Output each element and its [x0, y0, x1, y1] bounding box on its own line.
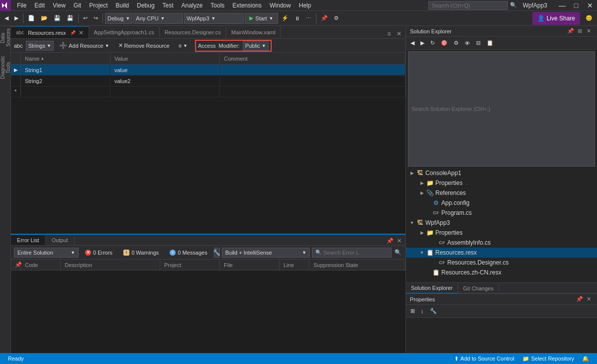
pause-button[interactable]: ⏸: [292, 12, 302, 24]
expand-resources-resx[interactable]: ▼: [418, 249, 426, 257]
undo-button[interactable]: ↩: [81, 12, 90, 24]
menu-file[interactable]: File: [13, 1, 30, 10]
description-col-header[interactable]: Description: [61, 260, 160, 270]
props-property-pages-button[interactable]: 🔧: [427, 305, 439, 317]
se-collapse-button[interactable]: ⊟: [474, 37, 483, 49]
expand-references-1[interactable]: ▶: [418, 189, 426, 197]
comment-column-header[interactable]: Comment: [220, 53, 405, 64]
build-icon-button[interactable]: 🔧: [214, 248, 220, 258]
source-control-button[interactable]: ⬆ Add to Source Control: [450, 353, 518, 364]
warnings-button[interactable]: ! 0 Warnings: [119, 248, 163, 258]
table-row[interactable]: ▶ String1 value: [11, 65, 405, 76]
new-project-button[interactable]: 📄: [25, 12, 37, 24]
start-button[interactable]: ▶ Start ▼: [245, 13, 278, 24]
remove-resource-button[interactable]: ✕ Remove Resource: [115, 41, 173, 51]
feedback-button[interactable]: 😊: [583, 12, 595, 24]
expand-consoleapp1[interactable]: ▶: [408, 169, 416, 177]
se-close-button[interactable]: ✕: [584, 27, 593, 36]
menu-project[interactable]: Project: [85, 1, 111, 10]
bottom-panel-close-button[interactable]: ✕: [395, 236, 403, 245]
back-button[interactable]: ◀: [2, 12, 11, 24]
diagnostics-sidebar[interactable]: Diagnostic Tools: [0, 58, 10, 78]
save-button[interactable]: 💾: [51, 12, 63, 24]
tree-item-resources-designer[interactable]: C# Resources.Designer.cs: [406, 258, 597, 268]
more-debug-button[interactable]: ⋯: [303, 12, 314, 24]
forward-button[interactable]: ▶: [12, 12, 21, 24]
menu-help[interactable]: Help: [295, 1, 315, 10]
error-search-input[interactable]: [323, 250, 392, 256]
select-repository-button[interactable]: 📁 Select Repository: [518, 353, 578, 364]
status-ready[interactable]: Ready: [4, 353, 28, 364]
solution-explorer-tab[interactable]: Solution Explorer: [406, 283, 458, 294]
se-filter-button[interactable]: ⚙: [451, 37, 461, 49]
tree-item-resources-zh[interactable]: 📋 Resources.zh-CN.resx: [406, 268, 597, 277]
new-row-value[interactable]: [110, 87, 220, 97]
se-dock-button[interactable]: ⊞: [575, 27, 584, 36]
se-navigate-button[interactable]: 🎯: [438, 37, 450, 49]
solution-explorer-search[interactable]: [408, 51, 595, 167]
data-sources-sidebar[interactable]: Data Sources: [0, 28, 10, 48]
table-row[interactable]: String2 value2: [11, 76, 405, 87]
tree-item-references-1[interactable]: ▶ 📎 References: [406, 188, 597, 198]
menu-window[interactable]: Window: [266, 1, 295, 10]
menu-git[interactable]: Git: [70, 1, 85, 10]
new-row[interactable]: *: [11, 87, 405, 97]
notification-button[interactable]: 🔔: [578, 353, 593, 364]
menu-extensions[interactable]: Extensions: [228, 1, 266, 10]
git-changes-tab[interactable]: Git Changes: [458, 283, 499, 294]
se-back-button[interactable]: ◀: [408, 37, 417, 49]
sort-button[interactable]: ≡ ▼: [175, 41, 191, 51]
tab-list-button[interactable]: ≡: [385, 29, 394, 38]
output-tab[interactable]: Output: [46, 235, 75, 245]
props-categorized-button[interactable]: ⊞: [408, 305, 417, 317]
settings-button[interactable]: ⚙: [331, 12, 341, 24]
props-pin-button[interactable]: 📌: [575, 295, 584, 304]
menu-view[interactable]: View: [49, 1, 70, 10]
error-list-tab[interactable]: Error List: [11, 235, 46, 245]
se-forward-button[interactable]: ▶: [418, 37, 427, 49]
code-col-header[interactable]: Code: [21, 260, 61, 270]
suppression-col-header[interactable]: Suppression State: [309, 260, 405, 270]
project-dropdown[interactable]: WpfApp3 ▼: [184, 13, 244, 24]
platform-dropdown[interactable]: Any CPU ▼: [133, 13, 183, 24]
save-all-button[interactable]: 💾: [64, 12, 76, 24]
redo-button[interactable]: ↪: [91, 12, 100, 24]
tab-resources-designer[interactable]: Resources.Designer.cs: [160, 26, 226, 38]
cell-name-1[interactable]: String1: [21, 65, 110, 75]
tab-close-resources[interactable]: ✕: [79, 30, 84, 36]
strings-dropdown[interactable]: Strings ▼: [26, 41, 54, 51]
cell-comment-1[interactable]: [220, 65, 405, 75]
cell-comment-2[interactable]: [220, 76, 405, 86]
new-row-name[interactable]: [21, 87, 110, 97]
tree-item-resources-resx[interactable]: ▼ 📋 Resources.resx: [406, 248, 597, 258]
pin-button[interactable]: 📌: [318, 12, 330, 24]
expand-properties-1[interactable]: ▶: [418, 179, 426, 187]
expand-wpfapp3[interactable]: ▼: [408, 219, 416, 227]
expand-properties-2[interactable]: ▶: [418, 229, 426, 237]
bottom-panel-pin-button[interactable]: 📌: [386, 236, 395, 245]
new-row-comment[interactable]: [220, 87, 405, 97]
error-options-button[interactable]: 🔍: [394, 248, 402, 257]
props-close-button[interactable]: ✕: [584, 295, 593, 304]
open-button[interactable]: 📂: [38, 12, 50, 24]
tab-close-all-button[interactable]: ✕: [395, 29, 403, 38]
maximize-button[interactable]: □: [569, 0, 583, 11]
se-properties-button[interactable]: 📋: [484, 37, 496, 49]
line-col-header[interactable]: Line: [280, 260, 309, 270]
menu-tools[interactable]: Tools: [206, 1, 228, 10]
file-col-header[interactable]: File: [220, 260, 280, 270]
filter-dropdown[interactable]: Build + IntelliSense ▼: [222, 248, 310, 258]
scope-dropdown[interactable]: Entire Solution ▼: [14, 248, 79, 258]
props-alphabetical-button[interactable]: ↕: [418, 305, 426, 317]
messages-button[interactable]: i 0 Messages: [165, 248, 211, 258]
minimize-button[interactable]: —: [555, 0, 569, 11]
debug-mode-dropdown[interactable]: Debug ▼: [105, 13, 132, 24]
se-pin-button[interactable]: 📌: [566, 27, 575, 36]
menu-test[interactable]: Test: [159, 1, 178, 10]
se-refresh-button[interactable]: ↻: [428, 37, 437, 49]
tree-item-wpfapp3[interactable]: ▼ 🏗 WpfApp3: [406, 218, 597, 228]
tab-mainwindow[interactable]: MainWindow.xaml: [226, 26, 281, 38]
menu-build[interactable]: Build: [112, 1, 133, 10]
menu-analyze[interactable]: Analyze: [178, 1, 207, 10]
value-column-header[interactable]: Value: [110, 53, 220, 64]
